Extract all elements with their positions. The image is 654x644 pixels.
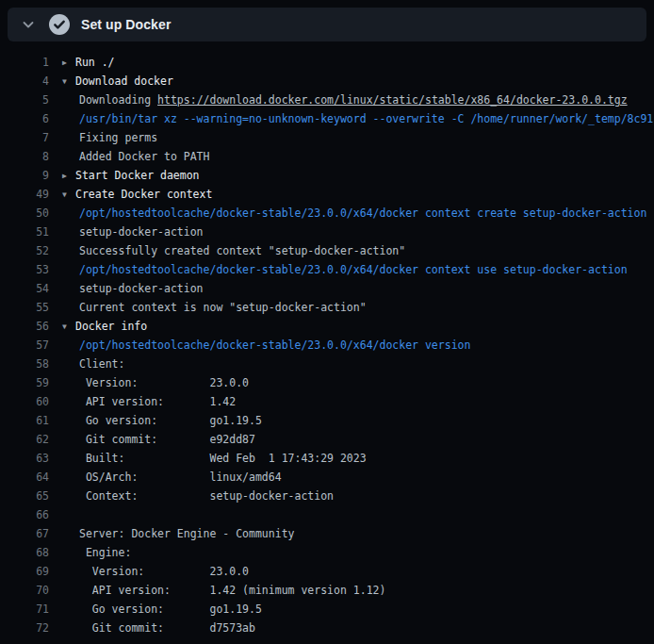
line-number-link[interactable]: 7 — [0, 128, 49, 147]
chevron-collapsed-icon: ▶ — [62, 54, 75, 72]
line-number-link[interactable]: 62 — [0, 430, 49, 449]
log-text-span: Go version: go1.19.5 — [79, 414, 262, 427]
log-text-span: Successfully created context "setup-dock… — [79, 244, 405, 257]
line-number-link[interactable]: 66 — [0, 505, 49, 524]
line-number-link[interactable]: 60 — [0, 392, 49, 411]
log-text-span: Git commit: d7573ab — [79, 621, 255, 635]
log-line: 65 Context: setup-docker-action — [0, 487, 654, 505]
log-line: 56▼Docker info — [0, 317, 654, 336]
log-group-toggle[interactable]: ▼Docker info — [62, 320, 147, 333]
check-circle-icon — [49, 14, 70, 35]
line-number-link[interactable]: 1 — [0, 53, 49, 72]
log-text-span: setup-docker-action — [79, 225, 204, 239]
line-number-link[interactable]: 63 — [0, 449, 49, 468]
chevron-collapsed-icon: ▶ — [62, 167, 75, 185]
log-text-span: Git commit: e92dd87 — [79, 433, 255, 446]
line-number-link[interactable]: 49 — [0, 185, 49, 204]
chevron-down-icon — [21, 17, 36, 32]
line-number-link[interactable]: 68 — [0, 543, 49, 562]
line-number-link[interactable]: 58 — [0, 355, 49, 373]
line-number-link[interactable]: 72 — [0, 619, 49, 637]
log-group-toggle[interactable]: ▼Create Docker context — [62, 188, 212, 201]
log-lines: 1▶Run ./4▼Download docker5Downloading ht… — [0, 41, 654, 637]
step-header[interactable]: Set up Docker — [8, 8, 646, 41]
log-line: 57/opt/hostedtoolcache/docker-stable/23.… — [0, 336, 654, 355]
log-text-span: API version: 1.42 (minimum version 1.12) — [79, 584, 385, 597]
log-line: 8Added Docker to PATH — [0, 147, 654, 166]
log-line: 62 Git commit: e92dd87 — [0, 430, 654, 449]
log-text: OS/Arch: linux/amd64 — [62, 471, 282, 484]
log-text-span: Built: Wed Feb 1 17:43:29 2023 — [79, 452, 367, 465]
line-number-link[interactable]: 71 — [0, 600, 49, 619]
log-text-span: Fixing perms — [79, 131, 157, 144]
log-text: Version: 23.0.0 — [62, 565, 249, 578]
log-line: 51setup-docker-action — [0, 223, 654, 241]
log-text: API version: 1.42 (minimum version 1.12) — [62, 584, 385, 597]
line-number-link[interactable]: 9 — [0, 166, 49, 185]
line-number-link[interactable]: 5 — [0, 91, 49, 109]
log-line: 6/usr/bin/tar xz --warning=no-unknown-ke… — [0, 109, 654, 128]
log-text: Client: — [62, 357, 124, 371]
line-number-link[interactable]: 55 — [0, 298, 49, 317]
chevron-expanded-icon: ▼ — [62, 318, 75, 336]
log-text-span: OS/Arch: linux/amd64 — [79, 471, 282, 484]
log-line: 61 Go version: go1.19.5 — [0, 411, 654, 430]
log-line: 50/opt/hostedtoolcache/docker-stable/23.… — [0, 204, 654, 223]
line-number-link[interactable]: 50 — [0, 204, 49, 223]
log-line: 67Server: Docker Engine - Community — [0, 524, 654, 543]
log-text: API version: 1.42 — [62, 395, 236, 408]
log-line: 71 Go version: go1.19.5 — [0, 600, 654, 619]
log-text: Engine: — [62, 546, 131, 559]
log-command-text: /opt/hostedtoolcache/docker-stable/23.0.… — [79, 263, 628, 276]
log-text-span: Server: Docker Engine - Community — [79, 527, 294, 540]
line-number-link[interactable]: 57 — [0, 336, 49, 355]
line-number-link[interactable]: 61 — [0, 411, 49, 430]
log-text-span: Current context is now "setup-docker-act… — [79, 301, 367, 314]
log-line: 59 Version: 23.0.0 — [0, 373, 654, 392]
log-line: 68 Engine: — [0, 543, 654, 562]
line-number-link[interactable]: 53 — [0, 260, 49, 279]
log-line: 58Client: — [0, 355, 654, 373]
line-number-link[interactable]: 70 — [0, 581, 49, 600]
line-number-link[interactable]: 6 — [0, 109, 49, 128]
log-group-title: Create Docker context — [75, 188, 212, 201]
line-number-link[interactable]: 67 — [0, 524, 49, 543]
log-line: 55Current context is now "setup-docker-a… — [0, 298, 654, 317]
log-text: Server: Docker Engine - Community — [62, 527, 294, 540]
line-number-link[interactable]: 52 — [0, 241, 49, 260]
log-group-toggle[interactable]: ▼Download docker — [62, 74, 173, 88]
log-line: 72 Git commit: d7573ab — [0, 619, 654, 637]
line-number-link[interactable]: 51 — [0, 223, 49, 241]
log-line: 63 Built: Wed Feb 1 17:43:29 2023 — [0, 449, 654, 468]
log-line: 66 — [0, 505, 654, 524]
log-text-span: Added Docker to PATH — [79, 150, 209, 163]
line-number-link[interactable]: 65 — [0, 487, 49, 505]
log-text-span: Engine: — [79, 546, 131, 559]
log-group-toggle[interactable]: ▶Start Docker daemon — [62, 169, 200, 182]
log-text-span: setup-docker-action — [79, 282, 204, 295]
log-command-text: /opt/hostedtoolcache/docker-stable/23.0.… — [79, 339, 470, 352]
log-group-toggle[interactable]: ▶Run ./ — [62, 56, 115, 69]
log-text: Successfully created context "setup-dock… — [62, 244, 405, 257]
log-url-link[interactable]: https://download.docker.com/linux/static… — [157, 93, 628, 107]
log-text-span: Client: — [79, 357, 124, 371]
log-text: Git commit: d7573ab — [62, 621, 255, 635]
line-number-link[interactable]: 4 — [0, 72, 49, 91]
line-number-link[interactable]: 8 — [0, 147, 49, 166]
line-number-link[interactable]: 56 — [0, 317, 49, 336]
log-group-title: Run ./ — [75, 56, 115, 69]
line-number-link[interactable]: 59 — [0, 373, 49, 392]
log-group-title: Docker info — [75, 320, 147, 333]
line-number-link[interactable]: 69 — [0, 562, 49, 581]
log-group-title: Download docker — [75, 74, 173, 88]
log-text: setup-docker-action — [62, 225, 204, 239]
log-text: Go version: go1.19.5 — [62, 414, 262, 427]
log-text: Version: 23.0.0 — [62, 376, 249, 389]
log-line: 49▼Create Docker context — [0, 185, 654, 204]
log-line: 4▼Download docker — [0, 72, 654, 91]
line-number-link[interactable]: 54 — [0, 279, 49, 298]
step-title: Set up Docker — [81, 17, 171, 32]
line-number-link[interactable]: 64 — [0, 468, 49, 487]
log-text: Built: Wed Feb 1 17:43:29 2023 — [62, 452, 367, 465]
chevron-expanded-icon: ▼ — [62, 186, 75, 204]
